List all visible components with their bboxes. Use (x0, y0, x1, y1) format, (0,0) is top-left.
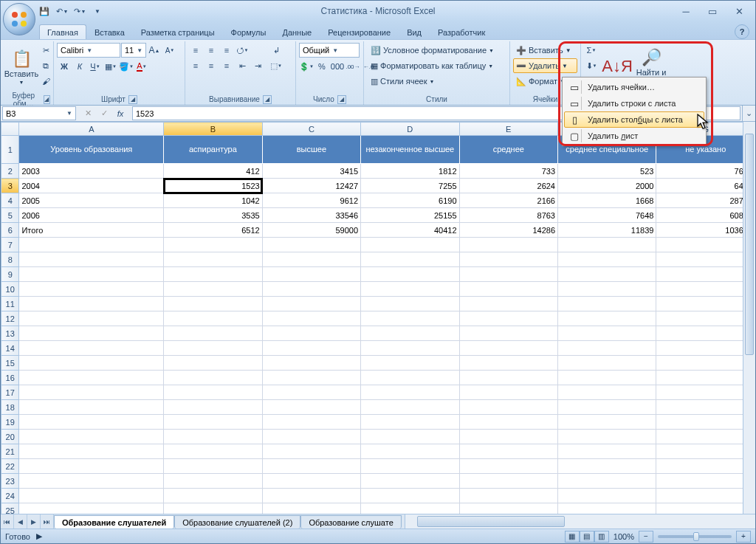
cell[interactable] (19, 341, 164, 356)
row-header[interactable]: 18 (1, 400, 19, 415)
cell[interactable] (361, 415, 459, 430)
cell[interactable] (656, 489, 755, 503)
cell[interactable]: 1523 (164, 179, 262, 193)
cell[interactable] (361, 311, 459, 326)
view-layout-button[interactable]: ▤ (580, 531, 594, 543)
orientation-button[interactable]: ⭯▼ (235, 43, 250, 58)
cell[interactable] (262, 282, 360, 297)
cell[interactable] (656, 430, 755, 444)
sheet-nav-first[interactable]: ⏮ (1, 514, 14, 528)
cell[interactable]: 60860 (656, 208, 755, 223)
column-header[interactable]: D (361, 123, 459, 136)
bold-button[interactable]: Ж (57, 59, 72, 74)
cell[interactable]: 6512 (164, 223, 262, 238)
tab-view[interactable]: Вид (399, 24, 430, 39)
cell[interactable] (19, 282, 164, 297)
cell[interactable]: 59000 (262, 223, 360, 238)
view-pagebreak-button[interactable]: ▥ (594, 531, 609, 543)
cell[interactable] (164, 311, 262, 326)
cell[interactable] (656, 444, 755, 459)
row-header[interactable]: 17 (1, 385, 19, 400)
cell[interactable] (459, 371, 557, 385)
row-header[interactable]: 13 (1, 326, 19, 341)
cell[interactable] (164, 238, 262, 252)
fx-cancel-button[interactable]: ✕ (80, 106, 95, 121)
horizontal-scrollbar[interactable] (405, 514, 755, 528)
cell[interactable]: 2000 (558, 179, 656, 193)
macro-record-icon[interactable]: ▶ (36, 531, 42, 541)
paste-button[interactable]: 📋 Вставить ▼ (7, 43, 36, 92)
zoom-level[interactable]: 100% (614, 532, 634, 541)
row-header[interactable]: 4 (1, 193, 19, 208)
cell[interactable] (558, 430, 656, 444)
cell[interactable] (19, 444, 164, 459)
cell[interactable] (19, 371, 164, 385)
cell[interactable] (361, 400, 459, 415)
cell[interactable]: 523 (558, 164, 656, 179)
cell[interactable] (262, 267, 360, 282)
cell[interactable] (361, 430, 459, 444)
cell[interactable] (558, 371, 656, 385)
sheet-tab[interactable]: Образование слушателей (2) (174, 515, 300, 528)
cell[interactable] (459, 311, 557, 326)
qat-customize-button[interactable]: ▼ (89, 3, 106, 19)
cell[interactable] (558, 341, 656, 356)
cell[interactable] (459, 474, 557, 489)
font-launcher[interactable]: ◢ (128, 95, 137, 104)
zoom-out-button[interactable]: − (639, 531, 653, 543)
cell[interactable] (164, 444, 262, 459)
tab-page-layout[interactable]: Разметка страницы (133, 24, 223, 39)
row-header[interactable]: 1 (1, 136, 19, 164)
cell[interactable] (656, 371, 755, 385)
cell[interactable] (656, 356, 755, 371)
row-header[interactable]: 12 (1, 311, 19, 326)
border-button[interactable]: ▦▼ (103, 59, 118, 74)
cell[interactable] (656, 282, 755, 297)
cell[interactable] (656, 385, 755, 400)
cell[interactable] (19, 356, 164, 371)
cell[interactable] (656, 311, 755, 326)
cell[interactable] (164, 326, 262, 341)
cell[interactable] (459, 267, 557, 282)
cell[interactable] (558, 415, 656, 430)
cell[interactable] (361, 474, 459, 489)
sheet-tab[interactable]: Образование слушате (300, 515, 401, 528)
row-header[interactable]: 2 (1, 164, 19, 179)
cell[interactable] (19, 430, 164, 444)
cell[interactable] (262, 341, 360, 356)
fill-color-button[interactable]: 🪣▼ (119, 59, 134, 74)
cell[interactable]: 2005 (19, 193, 164, 208)
cell[interactable]: 25155 (361, 208, 459, 223)
increase-indent-button[interactable]: ⇥ (250, 58, 265, 73)
zoom-in-button[interactable]: + (736, 531, 751, 543)
cell[interactable] (361, 459, 459, 474)
cell[interactable] (361, 252, 459, 267)
cell[interactable]: 1042 (164, 193, 262, 208)
table-header-cell[interactable]: среднее (459, 136, 557, 164)
cell[interactable]: 2004 (19, 179, 164, 193)
cell[interactable] (361, 297, 459, 311)
cell[interactable] (19, 503, 164, 514)
cut-button[interactable]: ✂ (38, 43, 53, 58)
cell[interactable] (19, 459, 164, 474)
font-size-combo[interactable]: 11▼ (121, 43, 146, 58)
cell[interactable] (164, 385, 262, 400)
cell[interactable] (262, 297, 360, 311)
clipboard-launcher[interactable]: ◢ (44, 95, 50, 104)
cell[interactable] (164, 371, 262, 385)
wrap-text-button[interactable]: ↲ (267, 43, 285, 58)
cell[interactable] (164, 341, 262, 356)
align-bottom-button[interactable]: ≡ (219, 43, 234, 58)
cell[interactable]: 6190 (361, 193, 459, 208)
cell[interactable]: 12427 (262, 179, 360, 193)
font-color-button[interactable]: А▼ (134, 59, 149, 74)
cell[interactable] (262, 356, 360, 371)
office-button[interactable] (3, 3, 35, 35)
cell[interactable] (656, 252, 755, 267)
table-header-cell[interactable]: Уровень образования (19, 136, 164, 164)
cell[interactable]: 7628 (656, 164, 755, 179)
cell[interactable] (262, 489, 360, 503)
worksheet-grid[interactable]: ABCDEFG1Уровень образованияаспирантуравы… (1, 122, 755, 514)
cell[interactable]: 2006 (19, 208, 164, 223)
cell[interactable]: 3535 (164, 208, 262, 223)
